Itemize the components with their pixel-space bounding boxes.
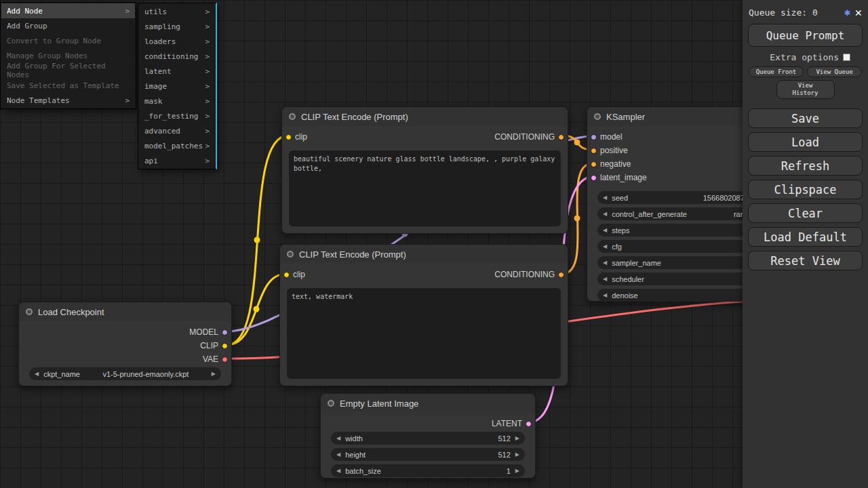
submenu-item-latent[interactable]: latent > xyxy=(139,64,215,79)
node-title-bar[interactable]: KSampler xyxy=(587,107,769,126)
collapse-dot-icon[interactable] xyxy=(287,251,294,258)
decrement-arrow-icon[interactable]: ◀ xyxy=(603,260,607,266)
submenu-item-loaders[interactable]: loaders > xyxy=(139,34,215,49)
output-slot-vae[interactable]: VAE xyxy=(203,354,228,364)
clipspace-button[interactable]: Clipspace xyxy=(748,180,863,199)
output-dot-model[interactable] xyxy=(222,329,228,336)
submenu-item-utils[interactable]: utils > xyxy=(139,4,215,19)
input-slot-clip[interactable]: clip xyxy=(283,270,305,279)
input-dot-model[interactable] xyxy=(591,134,597,140)
extra-options-checkbox[interactable] xyxy=(843,54,850,61)
clear-button[interactable]: Clear xyxy=(748,203,863,223)
input-dot-positive[interactable] xyxy=(591,148,597,154)
input-slot-negative[interactable]: negative xyxy=(591,159,631,169)
decrement-arrow-icon[interactable]: ◀ xyxy=(336,436,340,441)
input-slot-latent-image[interactable]: latent_image xyxy=(591,173,647,182)
load-default-button[interactable]: Load Default xyxy=(748,227,863,247)
link-midpoint-dot[interactable] xyxy=(254,306,260,312)
view-history-button[interactable]: View History xyxy=(776,80,835,99)
settings-icon[interactable]: ✱ xyxy=(844,6,850,18)
input-slot-clip[interactable]: clip xyxy=(285,132,307,142)
save-button[interactable]: Save xyxy=(748,108,863,128)
output-dot-latent[interactable] xyxy=(526,421,532,427)
submenu-item-image[interactable]: image > xyxy=(139,79,215,94)
input-dot-clip[interactable] xyxy=(283,272,290,278)
decrement-arrow-icon[interactable]: ◀ xyxy=(336,452,340,458)
submenu-item-mask[interactable]: mask > xyxy=(139,94,215,108)
view-queue-button[interactable]: View Queue xyxy=(807,66,862,77)
decrement-arrow-icon[interactable]: ◀ xyxy=(603,244,607,249)
prompt-textarea[interactable]: beautiful scenery nature glass bottle la… xyxy=(289,150,561,226)
submenu-item-model-patches[interactable]: model_patches > xyxy=(139,138,215,153)
prompt-textarea[interactable]: text, watermark xyxy=(287,288,561,379)
widget-seed[interactable]: ◀ seed 1566802087 ▶ xyxy=(597,191,759,204)
output-slot-model[interactable]: MODEL xyxy=(189,327,228,337)
increment-arrow-icon[interactable]: ▶ xyxy=(515,436,519,441)
menu-item-add-group[interactable]: Add Group xyxy=(1,18,135,33)
menu-item-node-templates[interactable]: Node Templates > xyxy=(1,93,135,108)
output-slot-conditioning[interactable]: CONDITIONING xyxy=(494,132,564,142)
widget-steps[interactable]: ◀ steps xyxy=(597,224,759,237)
decrement-arrow-icon[interactable]: ◀ xyxy=(336,468,340,474)
widget-control-after-generate[interactable]: ◀ control_after_generate ran ▶ xyxy=(597,207,759,220)
submenu-item-sampling[interactable]: sampling > xyxy=(139,19,215,34)
collapse-dot-icon[interactable] xyxy=(594,113,601,120)
decrement-arrow-icon[interactable]: ◀ xyxy=(603,228,607,233)
decrement-arrow-icon[interactable]: ◀ xyxy=(603,277,607,282)
widget-cfg[interactable]: ◀ cfg xyxy=(597,240,759,253)
load-button[interactable]: Load xyxy=(748,132,863,152)
submenu-item-conditioning[interactable]: conditioning > xyxy=(139,49,215,64)
queue-front-button[interactable]: Queue Front xyxy=(749,66,804,77)
widget-height[interactable]: ◀ height 512 ▶ xyxy=(331,448,525,461)
reset-view-button[interactable]: Reset View xyxy=(748,251,863,270)
node-title-bar[interactable]: Empty Latent Image xyxy=(321,394,535,413)
output-slot-clip[interactable]: CLIP xyxy=(200,341,228,350)
refresh-button[interactable]: Refresh xyxy=(748,156,863,176)
input-dot-negative[interactable] xyxy=(591,161,597,167)
decrement-arrow-icon[interactable]: ◀ xyxy=(603,195,607,201)
output-dot-clip[interactable] xyxy=(222,343,228,349)
collapse-dot-icon[interactable] xyxy=(26,308,33,315)
widget-ckpt-name[interactable]: ◀ ckpt_name v1-5-pruned-emaonly.ckpt ▶ xyxy=(29,367,221,380)
node-title-bar[interactable]: Load Checkpoint xyxy=(19,302,231,321)
submenu-arrow-icon: > xyxy=(205,157,210,165)
collapse-dot-icon[interactable] xyxy=(289,113,296,120)
widget-width[interactable]: ◀ width 512 ▶ xyxy=(331,432,525,445)
submenu-item-advanced[interactable]: advanced > xyxy=(139,123,215,138)
widget-batch-size[interactable]: ◀ batch_size 1 ▶ xyxy=(331,464,525,477)
input-slot-model[interactable]: model xyxy=(591,132,623,142)
link-midpoint-dot[interactable] xyxy=(574,140,580,146)
input-dot-clip[interactable] xyxy=(285,134,292,140)
node-title-bar[interactable]: CLIP Text Encode (Prompt) xyxy=(280,245,568,264)
node-title-bar[interactable]: CLIP Text Encode (Prompt) xyxy=(282,107,568,126)
output-dot-vae[interactable] xyxy=(222,357,228,363)
link-midpoint-dot[interactable] xyxy=(574,216,580,222)
node-clip-text-encode-negative[interactable]: CLIP Text Encode (Prompt) clip CONDITION… xyxy=(279,244,568,386)
link-midpoint-dot[interactable] xyxy=(254,237,260,243)
collapse-dot-icon[interactable] xyxy=(328,400,334,407)
output-slot-latent[interactable]: LATENT xyxy=(492,419,532,428)
output-slot-conditioning[interactable]: CONDITIONING xyxy=(494,270,564,279)
node-clip-text-encode-positive[interactable]: CLIP Text Encode (Prompt) clip CONDITION… xyxy=(281,106,568,234)
increment-arrow-icon[interactable]: ▶ xyxy=(515,468,519,474)
input-slot-positive[interactable]: positive xyxy=(591,146,628,155)
decrement-arrow-icon[interactable]: ◀ xyxy=(603,293,607,298)
comfyui-canvas[interactable]: { "context_menu": { "items": [ {"label":… xyxy=(0,0,868,488)
input-dot-latent-image[interactable] xyxy=(591,175,597,181)
close-icon[interactable]: ✕ xyxy=(855,7,862,18)
node-empty-latent-image[interactable]: Empty Latent Image LATENT ◀ width 512 ▶ … xyxy=(320,393,536,479)
increment-arrow-icon[interactable]: ▶ xyxy=(212,371,216,377)
submenu-item-for-testing[interactable]: _for_testing > xyxy=(139,108,215,123)
increment-arrow-icon[interactable]: ▶ xyxy=(515,452,519,458)
queue-prompt-button[interactable]: Queue Prompt xyxy=(748,24,863,47)
widget-scheduler[interactable]: ◀ scheduler xyxy=(597,272,759,285)
decrement-arrow-icon[interactable]: ◀ xyxy=(603,211,607,217)
decrement-arrow-icon[interactable]: ◀ xyxy=(35,371,39,377)
node-load-checkpoint[interactable]: Load Checkpoint MODEL CLIP VAE ◀ ckpt_na… xyxy=(18,302,232,386)
submenu-item-api[interactable]: api > xyxy=(139,153,215,168)
menu-item-add-node[interactable]: Add Node > xyxy=(1,3,135,18)
output-dot-conditioning[interactable] xyxy=(558,272,564,278)
widget-denoise[interactable]: ◀ denoise xyxy=(597,289,759,302)
output-dot-conditioning[interactable] xyxy=(558,134,564,140)
widget-sampler-name[interactable]: ◀ sampler_name xyxy=(597,256,759,269)
